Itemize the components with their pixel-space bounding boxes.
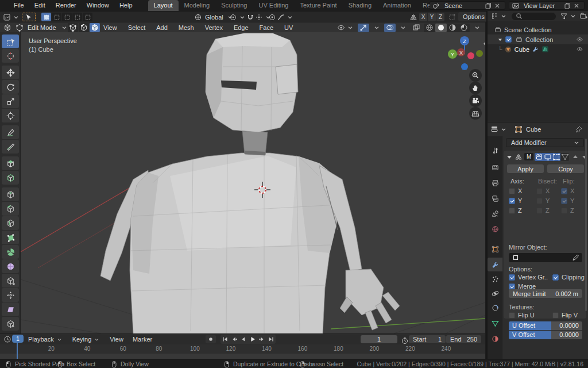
wireframe-shading-button[interactable]	[424, 24, 435, 32]
tool-bevel[interactable]	[2, 202, 19, 216]
tool-edge-slide[interactable]	[2, 274, 19, 288]
tool-extrude-region[interactable]	[2, 171, 19, 185]
tool-spin[interactable]	[2, 245, 19, 259]
tool-transform[interactable]	[2, 109, 19, 122]
checkbox[interactable]	[509, 274, 515, 281]
bisect-z-checkbox[interactable]: Z	[536, 207, 550, 214]
overlays-dropdown[interactable]	[397, 24, 409, 32]
axis-y-checkbox[interactable]: Y	[509, 197, 522, 204]
mode-subtract-icon[interactable]	[62, 13, 72, 21]
properties-tab-view-layer[interactable]	[488, 191, 502, 205]
new-view-layer-icon[interactable]	[563, 1, 572, 10]
checkbox[interactable]	[509, 188, 515, 194]
show-overlays-toggle[interactable]	[384, 24, 396, 32]
proportional-editing-toggle[interactable]	[268, 12, 277, 22]
frame-prev-button[interactable]	[239, 335, 248, 344]
search-input[interactable]	[512, 13, 556, 20]
properties-tab-physics[interactable]	[488, 286, 502, 300]
properties-tab-material[interactable]	[488, 332, 502, 346]
checkbox[interactable]	[536, 198, 543, 204]
mode-intersect-icon[interactable]	[83, 13, 92, 21]
checkbox[interactable]	[552, 274, 559, 281]
object-visibility-dropdown[interactable]	[335, 24, 356, 32]
tool-add-cube[interactable]	[2, 156, 19, 170]
flip-y-checkbox[interactable]: Y	[561, 197, 574, 204]
menu-window[interactable]: Window	[82, 0, 114, 11]
rendered-shading-button[interactable]	[458, 24, 470, 32]
workspace-tab-layout[interactable]: Layout	[148, 0, 179, 11]
tool-shear[interactable]	[2, 302, 19, 316]
properties-tab-particles[interactable]	[488, 272, 502, 286]
checkbox[interactable]	[536, 188, 543, 194]
viewport-menu-mesh[interactable]: Mesh	[179, 24, 194, 31]
viewport-menu-uv[interactable]: UV	[284, 24, 293, 31]
properties-tab-render[interactable]	[488, 160, 502, 174]
workspace-tab-shading[interactable]: Shading	[343, 0, 377, 11]
proportional-falloff-dropdown[interactable]	[276, 12, 295, 22]
key-prev-button[interactable]	[230, 335, 239, 344]
new-scene-icon[interactable]	[483, 1, 493, 10]
checkbox[interactable]	[536, 208, 543, 214]
tool-select-box[interactable]	[2, 34, 19, 48]
menu-file[interactable]: File	[9, 0, 29, 11]
apply-button[interactable]: Apply	[507, 164, 544, 173]
workspace-tab-sculpting[interactable]: Sculpting	[215, 0, 253, 11]
u-offset-field[interactable]: U Offset0.0000	[509, 321, 582, 330]
tool-cursor[interactable]	[2, 49, 19, 63]
texture-flip-v-checkbox[interactable]: Flip V	[552, 312, 578, 319]
checkbox[interactable]	[509, 208, 515, 214]
tool-rip-region[interactable]	[2, 317, 19, 331]
new-collection-button[interactable]	[579, 12, 588, 21]
outliner-row-cube[interactable]: └Cube	[488, 44, 588, 54]
properties-tab-output[interactable]	[488, 176, 502, 190]
checkbox[interactable]	[509, 198, 515, 204]
viewport-menu-select[interactable]: Select	[128, 24, 146, 31]
pan-button[interactable]	[469, 82, 482, 94]
mirror-modifier-icon[interactable]	[541, 45, 549, 53]
start-frame-field[interactable]: Start1	[409, 335, 446, 343]
snap-projection-icon[interactable]	[447, 12, 457, 22]
outliner-row-collection[interactable]: Collection	[488, 34, 588, 44]
view-layer-name[interactable]: View Layer	[524, 2, 559, 9]
move-up-icon[interactable]	[571, 152, 580, 162]
jump-last-button[interactable]	[266, 335, 276, 344]
flip-x-checkbox[interactable]: X	[561, 187, 574, 194]
camera-view-button[interactable]	[469, 94, 482, 107]
viewport-menu-edge[interactable]: Edge	[234, 24, 249, 31]
vertex-select-button[interactable]	[68, 23, 78, 32]
close-icon[interactable]	[572, 1, 581, 10]
face-select-button[interactable]	[90, 23, 100, 32]
properties-tab-modifiers[interactable]	[488, 258, 502, 271]
gizmo-dropdown[interactable]	[371, 24, 382, 32]
zoom-button[interactable]	[469, 69, 482, 82]
menu-edit[interactable]: Edit	[29, 0, 51, 11]
navigation-gizmo[interactable]: Z Y X	[443, 33, 483, 74]
viewport-canvas[interactable]: User Perspective (1) Cube Z Y X	[21, 32, 485, 334]
filter-dropdown[interactable]	[559, 12, 578, 21]
use-preview-range-icon[interactable]	[400, 336, 409, 345]
flip-z-checkbox[interactable]: Z	[561, 207, 574, 214]
mirror-x-button[interactable]: X	[419, 13, 427, 21]
mirror-object-field[interactable]	[509, 253, 582, 262]
playhead[interactable]: 1	[12, 335, 24, 343]
pin-icon[interactable]	[574, 125, 583, 134]
properties-tab-object-data[interactable]	[488, 316, 502, 330]
solid-shading-button[interactable]	[435, 24, 447, 32]
scrollbar[interactable]	[585, 139, 587, 311]
view-layer-selector[interactable]: View Layer	[509, 1, 585, 10]
merge-limit-field[interactable]: Merge Limit0.002 m	[509, 289, 582, 298]
timeline-menu-playback[interactable]: Playback	[24, 336, 68, 343]
tool-loop-cut[interactable]	[2, 216, 19, 230]
scene-selector[interactable]: Scene	[430, 1, 505, 10]
modifier-render-toggle[interactable]	[535, 153, 543, 161]
tool-annotate[interactable]	[2, 125, 19, 139]
perspective-toggle-button[interactable]	[469, 107, 482, 120]
tool-inset-faces[interactable]	[2, 187, 19, 201]
edge-select-button[interactable]	[79, 23, 89, 32]
workspace-tab-modeling[interactable]: Modeling	[179, 0, 216, 11]
mode-dropdown[interactable]: Edit Mode	[15, 23, 69, 32]
modifier-wrench-icon[interactable]	[532, 45, 539, 53]
end-frame-field[interactable]: End250	[446, 335, 481, 343]
hide-eye-icon[interactable]	[576, 45, 583, 53]
play-button[interactable]	[248, 335, 257, 344]
